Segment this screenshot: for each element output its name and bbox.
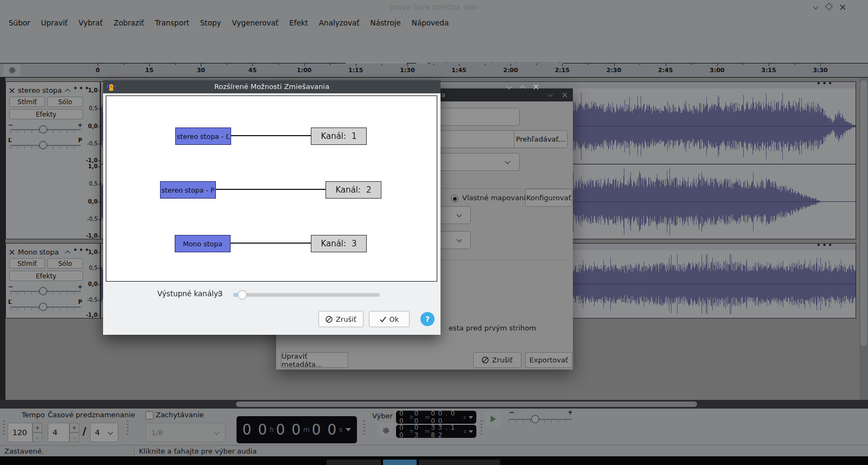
time-minutes[interactable]: 0 0 bbox=[276, 422, 302, 438]
timesig-increment-button[interactable]: + bbox=[69, 423, 79, 432]
snapping-label[interactable]: Zachytávanie bbox=[156, 411, 204, 419]
channel-target-box[interactable]: Kanál:1 bbox=[311, 128, 367, 145]
timesig-lower-select[interactable]: 4 bbox=[90, 423, 118, 442]
tempo-label: Tempo bbox=[22, 411, 45, 419]
edit-metadata-button[interactable]: Upraviť metadáta... bbox=[281, 352, 348, 368]
track-source-box[interactable]: stereo stopa - Ľ bbox=[175, 128, 231, 145]
selection-end-caret[interactable] bbox=[469, 430, 473, 433]
mixing-ok-button[interactable]: Ok bbox=[369, 311, 410, 327]
pan-right-label: P bbox=[78, 299, 82, 305]
gain-min-label: − bbox=[8, 122, 13, 129]
snapping-checkbox[interactable] bbox=[145, 411, 154, 419]
output-channels-slider-track[interactable] bbox=[233, 293, 380, 297]
timeline-label: 3:15 bbox=[761, 67, 776, 74]
channel-target-box[interactable]: Kanál:2 bbox=[326, 181, 381, 199]
snapping-select[interactable]: 1/8 bbox=[145, 423, 226, 442]
time-display[interactable]: 0 0h0 0m0 0s bbox=[237, 416, 357, 443]
track-overflow-icon[interactable]: ••• bbox=[816, 241, 834, 249]
effects-button[interactable]: Efekty bbox=[9, 271, 83, 281]
mixing-canvas[interactable]: stereo stopa - ĽKanál:1stereo stopa - PK… bbox=[106, 95, 437, 282]
close-icon[interactable] bbox=[9, 250, 15, 255]
menu-item-10[interactable]: Nástroje bbox=[365, 18, 406, 27]
timesig-decrement-button[interactable]: - bbox=[69, 432, 79, 442]
selection-start-field[interactable]: 0 0h0 0m0 0 . 0 0 0s bbox=[396, 411, 476, 424]
menu-item-11[interactable]: Nápoveda bbox=[406, 18, 454, 27]
stereo-vertical-ruler[interactable]: 1,00,50,0-0,5-1,01,00,50,0-0,5-1,0 bbox=[85, 82, 100, 239]
timeline-label: 3:00 bbox=[710, 67, 724, 74]
pan-slider[interactable] bbox=[39, 141, 47, 149]
collapse-icon[interactable] bbox=[65, 251, 71, 256]
tempo-grip[interactable] bbox=[2, 418, 6, 437]
effects-button[interactable]: Efekty bbox=[9, 109, 83, 119]
track-title[interactable]: Mono stopa bbox=[18, 248, 59, 256]
export-dialog-close-icon[interactable] bbox=[562, 92, 567, 98]
mute-button[interactable]: Stlmiť bbox=[9, 258, 45, 269]
menu-item-9[interactable]: Analyzovať bbox=[314, 18, 365, 27]
mixing-dialog-titlebar[interactable]: Rozšírené Možnosti Zmiešavania bbox=[103, 80, 441, 93]
mono-vertical-ruler[interactable]: 1,00,50,0-0,5-1,0 bbox=[85, 244, 100, 318]
gain-slider[interactable] bbox=[39, 125, 47, 133]
mixing-help-button[interactable]: ? bbox=[420, 312, 435, 326]
scale-label: -1,0 bbox=[85, 157, 98, 163]
close-icon[interactable] bbox=[9, 88, 15, 93]
mixing-dialog-close-icon[interactable] bbox=[533, 84, 539, 90]
menu-item-8[interactable]: Efekt bbox=[284, 18, 314, 27]
horizontal-scrollbar[interactable] bbox=[0, 400, 868, 409]
menu-item-1[interactable]: Súbor bbox=[3, 18, 36, 27]
timeline-label: 2:30 bbox=[607, 67, 621, 74]
selection-grip[interactable] bbox=[362, 418, 366, 437]
mixing-cancel-button[interactable]: Zrušiť bbox=[318, 311, 363, 327]
configure-button[interactable]: Konfigurovať bbox=[525, 189, 572, 207]
trim-option-label-fragment[interactable]: esta pred prvým strihom bbox=[449, 324, 536, 332]
menu-item-7[interactable]: Vygenerovať bbox=[226, 18, 284, 27]
menu-item-5[interactable]: Transport bbox=[149, 18, 194, 27]
channel-target-box[interactable]: Kanál:3 bbox=[311, 235, 367, 252]
gain-slider[interactable] bbox=[39, 287, 47, 295]
vertical-scrollbar-thumb[interactable] bbox=[860, 80, 867, 346]
export-dialog-shade-icon[interactable] bbox=[548, 92, 553, 97]
tempo-increment-button[interactable]: + bbox=[33, 423, 42, 432]
timeline-ruler[interactable]: 01530451:001:151:301:452:002:152:302:453… bbox=[0, 63, 868, 78]
snap-grip[interactable] bbox=[126, 418, 130, 437]
timesig-upper-input[interactable]: 4 bbox=[48, 423, 69, 442]
solo-button[interactable]: Sólo bbox=[47, 97, 83, 107]
window-title: prava lava stredna wav bbox=[0, 3, 868, 11]
output-channels-slider-thumb[interactable] bbox=[238, 290, 247, 300]
custom-mapping-label[interactable]: Vlastné mapovanie bbox=[462, 194, 530, 202]
play-speed-grip[interactable] bbox=[480, 418, 483, 437]
export-confirm-button[interactable]: Exportovať bbox=[525, 352, 572, 368]
play-speed-slider[interactable] bbox=[531, 415, 539, 423]
collapse-icon[interactable] bbox=[65, 89, 71, 94]
track-source-box[interactable]: stereo stopa - P bbox=[160, 181, 216, 199]
tempo-input[interactable]: 120 bbox=[8, 423, 33, 442]
time-hours[interactable]: 0 0 bbox=[242, 422, 268, 438]
time-seconds[interactable]: 0 0 bbox=[312, 422, 337, 438]
mute-button[interactable]: Stlmiť bbox=[9, 97, 45, 107]
export-cancel-button[interactable]: Zrušiť bbox=[473, 352, 521, 368]
selection-options-button[interactable] bbox=[379, 423, 393, 437]
browse-button[interactable]: Prehľadávať... bbox=[514, 130, 567, 148]
track-title[interactable]: stereo stopa bbox=[18, 86, 62, 94]
play-at-speed-button[interactable] bbox=[485, 411, 501, 427]
custom-mapping-radio[interactable] bbox=[451, 195, 458, 202]
track-overflow-icon[interactable]: ••• bbox=[816, 80, 834, 87]
pan-slider[interactable] bbox=[39, 303, 47, 311]
timeline-label: 15 bbox=[145, 67, 153, 74]
menu-item-2[interactable]: Upraviť bbox=[36, 18, 73, 27]
timeline-label: 3:30 bbox=[813, 67, 827, 74]
solo-button[interactable]: Sólo bbox=[47, 258, 83, 269]
track-source-box[interactable]: Mono stopa bbox=[175, 235, 231, 252]
time-format-caret[interactable] bbox=[346, 428, 351, 431]
horizontal-scrollbar-thumb[interactable] bbox=[236, 402, 697, 407]
selection-end-field[interactable]: 0 0h0 3m3 3 . 1 8 2s bbox=[396, 425, 476, 438]
menu-item-3[interactable]: Vybrať bbox=[73, 18, 108, 27]
menu-item-6[interactable]: Stopy bbox=[195, 18, 227, 27]
vertical-scrollbar[interactable] bbox=[859, 78, 868, 400]
menu-item-4[interactable]: Zobraziť bbox=[108, 18, 149, 27]
window-close-icon[interactable] bbox=[840, 4, 846, 10]
gain-max-label: + bbox=[78, 122, 82, 129]
scale-label: -0,5 bbox=[85, 141, 98, 146]
selection-start-caret[interactable] bbox=[469, 416, 473, 419]
taskbar-strip bbox=[0, 456, 868, 465]
tempo-decrement-button[interactable]: - bbox=[33, 432, 42, 442]
